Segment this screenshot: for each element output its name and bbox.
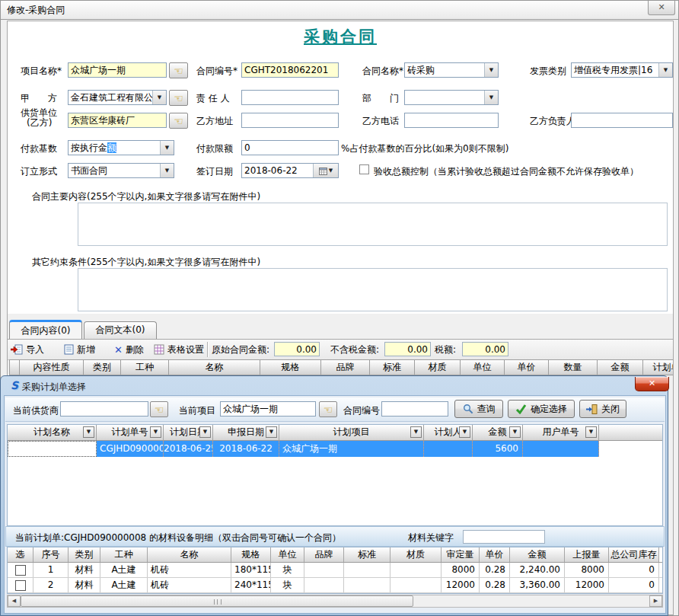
confirm-select-button[interactable]: 确定选择 [508, 400, 575, 418]
other-textarea[interactable] [78, 268, 668, 311]
sign-date-picker[interactable]: 2018-06-22 ▼ [241, 163, 339, 178]
chevron-down-icon: ▼ [329, 168, 333, 174]
mat-cell: 机砖 [148, 563, 231, 577]
plan-cell[interactable]: 5600 [473, 441, 523, 457]
plan-column-header[interactable]: 计划项目▼ [279, 425, 424, 440]
query-button[interactable]: 查询 [454, 400, 503, 418]
plan-cell[interactable]: 众城广场一期 [279, 441, 424, 457]
filter-dropdown-icon[interactable]: ▼ [410, 426, 422, 438]
material-keyword-input[interactable] [463, 530, 545, 544]
column-header[interactable]: 材质 [415, 359, 461, 375]
plan-cell[interactable] [523, 441, 599, 457]
plan-column-header[interactable]: 申报日期▼ [213, 425, 279, 440]
chevron-down-icon[interactable]: ▼ [152, 91, 166, 104]
scroll-left-button[interactable]: ◀ [8, 595, 21, 607]
column-header[interactable]: 品牌 [321, 359, 370, 375]
column-header[interactable]: 名称 [169, 359, 260, 375]
plan-row-selected[interactable]: CGJHD090000008 2018-06-25 2018-06-22 众城广… [8, 441, 662, 457]
plan-column-header[interactable]: 计划单号▼ [97, 425, 164, 440]
scroll-right-button[interactable]: ▶ [649, 595, 662, 607]
pay-limit-input[interactable] [241, 140, 339, 155]
supplier-input[interactable] [68, 113, 167, 128]
project-input[interactable] [68, 62, 167, 78]
column-header[interactable]: 规格 [260, 359, 321, 375]
scrollbar-thumb[interactable] [21, 595, 413, 607]
tab-contract-content[interactable]: 合同内容(0) [9, 320, 82, 339]
column-header[interactable]: 数量 [549, 359, 598, 375]
supplier-picker-button[interactable]: ☜ [169, 113, 188, 129]
delete-button[interactable]: ✕ 删除 [114, 343, 144, 356]
import-button[interactable]: 导入 [11, 343, 44, 356]
plan-cell[interactable] [424, 441, 473, 457]
grid-setup-button[interactable]: 表格设置 [154, 343, 204, 356]
plan-column-header[interactable]: 计划人▼ [424, 425, 473, 440]
plan-cell[interactable] [8, 441, 97, 457]
current-project-input[interactable] [220, 401, 316, 417]
hand-pointer-icon: ☜ [174, 65, 183, 77]
material-row[interactable]: 2 材料 A土建 机砖 240*115* 块 12000 0.28 3,360.… [8, 578, 662, 593]
chevron-down-icon[interactable]: ▼ [658, 63, 672, 77]
b-phone-input[interactable] [404, 113, 499, 128]
party-a-picker-button[interactable]: ☜ [169, 90, 188, 106]
b-address-input[interactable] [241, 113, 339, 128]
row-checkbox[interactable] [15, 580, 26, 591]
main-close-button[interactable]: ✕ [648, 1, 675, 15]
plan-cell[interactable]: CGJHD090000008 [97, 441, 164, 457]
plan-column-header[interactable]: 计划日期▼ [164, 425, 213, 440]
add-button[interactable]: 新增 [64, 343, 95, 356]
party-a-combo[interactable]: 金石建筑工程有限公 ▼ [68, 90, 167, 105]
column-header[interactable]: 计划单 [643, 359, 674, 375]
column-header[interactable]: 金额 [598, 359, 643, 375]
responsible-input[interactable] [241, 90, 339, 105]
detail-section-bar: 当前计划单:CGJHD090000008 的材料设备明细（双击合同号可确认一个合… [5, 526, 665, 547]
chevron-down-icon[interactable]: ▼ [484, 91, 498, 104]
filter-dropdown-icon[interactable]: ▼ [199, 426, 211, 438]
current-supplier-label: 当前供货商 [13, 404, 59, 417]
select-cell [8, 578, 33, 592]
project-picker-button[interactable]: ☜ [169, 62, 188, 78]
plan-cell[interactable]: 2018-06-22 [213, 441, 279, 457]
chevron-down-icon[interactable]: ▼ [484, 63, 498, 77]
content-textarea[interactable] [78, 203, 668, 246]
column-header[interactable]: 标准 [370, 359, 415, 375]
current-supplier-input[interactable] [60, 401, 148, 417]
dialog-close-button[interactable]: ✕ [635, 377, 669, 391]
b-manager-input[interactable] [571, 113, 673, 128]
orig-amount-input[interactable] [274, 342, 320, 356]
tax-amount-input[interactable] [462, 342, 508, 356]
chevron-down-icon[interactable]: ▼ [160, 164, 174, 177]
material-row[interactable]: 1 材料 A土建 机砖 180*115* 块 8000 0.28 2,240.0… [8, 563, 662, 578]
row-checkbox[interactable] [15, 565, 26, 576]
plan-column-header[interactable]: 金额▼ [473, 425, 523, 440]
contract-no-input[interactable] [241, 62, 339, 78]
column-header[interactable]: 工种 [121, 359, 169, 375]
pay-base-combo[interactable]: 按执行金额 ▼ [68, 140, 174, 155]
plan-column-header[interactable]: 计划名称▼ [8, 425, 97, 440]
accept-total-checkbox[interactable] [359, 164, 369, 174]
form-type-combo[interactable]: 书面合同 ▼ [68, 163, 174, 178]
column-header[interactable]: 单位 [461, 359, 505, 375]
supplier-picker-button[interactable]: ☜ [150, 401, 168, 417]
plan-cell[interactable]: 2018-06-25 [164, 441, 213, 457]
notax-amount-input[interactable] [384, 342, 431, 356]
invoice-type-combo[interactable]: 增值税专用发票|16 ▼ [571, 62, 673, 78]
filter-dropdown-icon[interactable]: ▼ [150, 426, 161, 438]
plan-column-header[interactable]: 用户单号▼ [523, 425, 599, 440]
contract-name-combo[interactable]: 砖采购 ▼ [404, 62, 499, 78]
horizontal-scrollbar[interactable]: ◀ ▶ [7, 595, 663, 608]
tab-contract-text[interactable]: 合同文本(0) [84, 321, 157, 339]
filter-dropdown-icon[interactable]: ▼ [459, 426, 470, 438]
close-dialog-button[interactable]: 关闭 [579, 400, 626, 418]
column-header[interactable]: 内容性质 [20, 359, 84, 375]
filter-dropdown-icon[interactable]: ▼ [509, 426, 521, 438]
filter-dropdown-icon[interactable]: ▼ [83, 426, 94, 438]
filter-dropdown-icon[interactable]: ▼ [266, 426, 277, 438]
column-header[interactable]: 类别 [84, 359, 121, 375]
mat-cell: A土建 [100, 578, 148, 592]
filter-dropdown-icon[interactable]: ▼ [585, 426, 597, 438]
department-combo[interactable]: ▼ [404, 90, 499, 105]
project-picker-button[interactable]: ☜ [319, 401, 337, 417]
contract-no-input[interactable] [381, 401, 448, 417]
chevron-down-icon[interactable]: ▼ [160, 141, 174, 155]
column-header[interactable]: 单价 [505, 359, 549, 375]
